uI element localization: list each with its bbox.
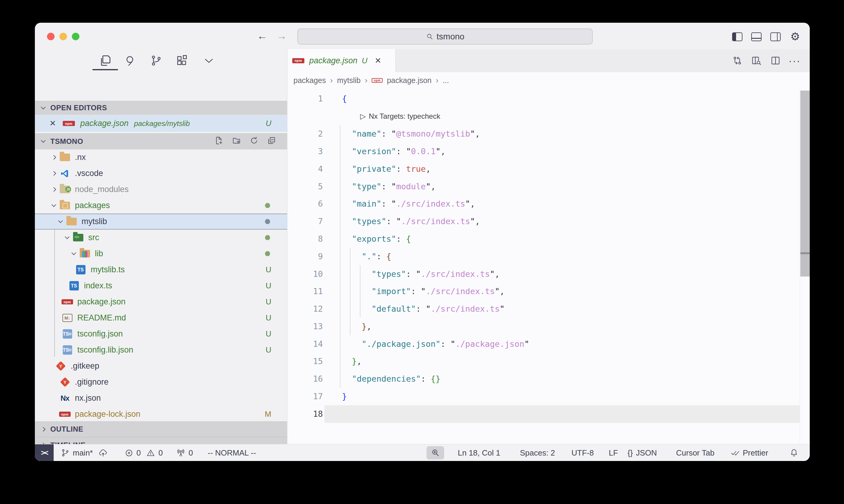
tree-item-vscode-folder[interactable]: .vscode	[35, 165, 287, 181]
tree-item-nx-json[interactable]: Nxnx.json	[35, 390, 287, 406]
tree-item-index-ts[interactable]: TSindex.tsU	[35, 278, 287, 294]
tree-item-package-json[interactable]: npmpackage.jsonU	[35, 294, 287, 310]
toggle-secondary-sidebar-button[interactable]	[766, 31, 785, 43]
tree-item-mytslib[interactable]: mytslib	[35, 214, 287, 230]
minimize-traffic-light[interactable]	[59, 33, 67, 40]
close-icon[interactable]: ✕	[49, 119, 56, 128]
tree-item-src[interactable]: src	[35, 230, 287, 246]
code-line[interactable]: 15 },	[288, 353, 810, 370]
code-line[interactable]: 12 "default": "./src/index.ts"	[288, 300, 810, 318]
vim-mode-indicator[interactable]: -- NORMAL --	[208, 444, 256, 461]
encoding-status[interactable]: UTF-8	[571, 444, 594, 461]
collapse-all-button[interactable]	[267, 136, 276, 147]
code-line[interactable]: 6 "main": "./src/index.ts",	[288, 195, 810, 213]
forward-button[interactable]: →	[276, 30, 288, 42]
breadcrumbs[interactable]: packages › mytslib › npm package.json › …	[288, 72, 810, 88]
tree-item-label: packages	[75, 201, 110, 210]
code-line[interactable]: 1{	[288, 90, 810, 108]
tree-item-package-lock[interactable]: npmpackage-lock.jsonM	[35, 406, 287, 422]
code-line[interactable]: 16 "dependencies": {}	[288, 370, 810, 388]
breadcrumb-symbol-ellipsis[interactable]: ...	[443, 76, 449, 85]
vscode-icon	[60, 169, 69, 178]
tree-item-mytslib-ts[interactable]: TSmytslib.tsU	[35, 262, 287, 278]
language-mode-status[interactable]: {}JSON	[627, 444, 657, 461]
settings-button[interactable]: ⚙	[786, 31, 805, 43]
git-icon: Y	[56, 361, 66, 371]
code-line[interactable]: 11 "import": "./src/index.ts",	[288, 283, 810, 300]
tree-item-lib[interactable]: lib	[35, 246, 287, 262]
split-editor-button[interactable]	[767, 53, 784, 68]
back-button[interactable]: ←	[256, 30, 268, 42]
code-line[interactable]: 2 "name": "@tsmono/mytslib",	[288, 125, 810, 143]
new-file-button[interactable]	[214, 136, 223, 147]
code-line[interactable]: 18	[288, 405, 810, 423]
breadcrumb-mytslib[interactable]: mytslib	[337, 76, 361, 85]
code-line[interactable]: 7 "types": "./src/index.ts",	[288, 213, 810, 230]
tab-package-json[interactable]: npm package.json U ✕	[288, 49, 396, 72]
tree-item-node-modules[interactable]: node_modules	[35, 181, 287, 197]
code-line[interactable]: 3 "version": "0.0.1",	[288, 143, 810, 160]
cursor-tab-status[interactable]: Cursor Tab	[676, 444, 714, 461]
tree-item-packages[interactable]: packages	[35, 197, 287, 214]
tab-close-button[interactable]: ✕	[375, 56, 381, 66]
code-line[interactable]: 14 "./package.json": "./package.json"	[288, 335, 810, 353]
indentation-status[interactable]: Spaces: 2	[520, 444, 555, 461]
code-editor[interactable]: ▷Nx Targets: typecheck 1{ 2 "name": "@ts…	[288, 88, 810, 444]
tree-item-nx-folder[interactable]: .nx	[35, 149, 287, 165]
compare-changes-button[interactable]	[729, 53, 746, 68]
outline-title: OUTLINE	[50, 425, 83, 433]
open-preview-button[interactable]	[748, 53, 765, 68]
codelens-nx-targets[interactable]: ▷Nx Targets: typecheck	[360, 108, 440, 125]
selected-dot-badge	[265, 219, 270, 224]
extensions-view-button[interactable]	[174, 53, 190, 68]
tsconfig-icon: TS	[63, 345, 72, 355]
close-traffic-light[interactable]	[47, 33, 55, 40]
open-editor-item[interactable]: ✕ npm package.json packages/mytslib U	[35, 115, 287, 132]
problems-status[interactable]: 0 0	[125, 444, 163, 461]
command-center-search[interactable]: tsmono	[297, 29, 593, 44]
source-control-view-button[interactable]	[148, 53, 164, 68]
scrollbar-track[interactable]	[800, 88, 810, 444]
scrollbar-thumb[interactable]	[800, 91, 810, 276]
tree-item-readme[interactable]: M↓README.mdU	[35, 310, 287, 326]
eol: LF	[609, 448, 618, 458]
refresh-button[interactable]	[249, 136, 259, 147]
code-line[interactable]: 10 "types": "./src/index.ts",	[288, 265, 810, 283]
toggle-panel-button[interactable]	[747, 31, 766, 43]
tree-item-gitkeep[interactable]: Y.gitkeep	[35, 358, 287, 374]
maximize-traffic-light[interactable]	[72, 33, 80, 40]
remote-indicator[interactable]: ><	[35, 444, 54, 461]
code-line[interactable]: 8 "exports": {	[288, 230, 810, 248]
code-line[interactable]: 9 ".": {	[288, 248, 810, 265]
explorer-view-button[interactable]	[97, 53, 113, 68]
breadcrumb-package-json[interactable]: package.json	[387, 76, 431, 85]
eol-status[interactable]: LF	[609, 444, 618, 461]
code-line[interactable]: 17}	[288, 388, 810, 405]
extensions-icon	[175, 54, 188, 67]
code-line[interactable]: 13 },	[288, 318, 810, 335]
more-views-button[interactable]	[201, 53, 217, 68]
more-actions-button[interactable]: ···	[786, 53, 803, 68]
breadcrumb-packages[interactable]: packages	[293, 76, 326, 85]
new-folder-button[interactable]	[232, 136, 241, 147]
tree-item-tsconfig[interactable]: TStsconfig.jsonU	[35, 326, 287, 342]
toggle-sidebar-button[interactable]	[728, 31, 747, 43]
outline-section-header[interactable]: OUTLINE	[35, 421, 287, 437]
chevron-right-icon	[51, 171, 56, 176]
cursor-position-status[interactable]: Ln 18, Col 1	[458, 444, 500, 461]
tree-item-tsconfig-lib[interactable]: TStsconfig.lib.jsonU	[35, 342, 287, 358]
ports-status[interactable]: 0	[176, 444, 193, 461]
notifications-button[interactable]	[789, 444, 799, 461]
zoom-indicator[interactable]	[427, 446, 444, 460]
line-number: 16	[305, 370, 323, 388]
code-line[interactable]: 5 "type": "module",	[288, 178, 810, 195]
title-bar[interactable]: ← → tsmono ⚙	[35, 23, 810, 49]
code-line[interactable]: 4 "private": true,	[288, 160, 810, 178]
workspace-section-header[interactable]: TSMONO	[35, 133, 287, 149]
git-branch-status[interactable]: main*	[61, 444, 108, 461]
tree-item-gitignore[interactable]: Y.gitignore	[35, 374, 287, 390]
formatter-status[interactable]: Prettier	[730, 444, 768, 461]
search-view-button[interactable]	[122, 53, 138, 68]
search-icon	[124, 54, 137, 67]
open-editors-header[interactable]: OPEN EDITORS	[35, 101, 287, 115]
